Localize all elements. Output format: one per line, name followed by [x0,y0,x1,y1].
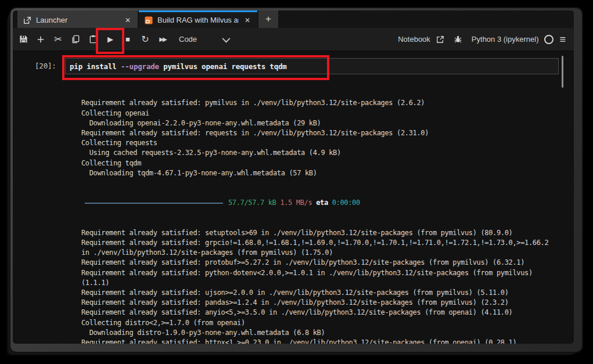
notebook-panel: [20]: pip install --upgrade pymilvus ope… [13,51,574,344]
save-icon [19,35,28,44]
cell-type-value: Code [179,35,197,44]
cell-output-area: Requirement already satisfied: pymilvus … [81,78,574,344]
jupyterlab-window: Launcher ✕ Build RAG with Milvus and O ✕… [10,8,582,352]
pip-progress-line: 57.7/57.7 kB 1.5 MB/s eta 0:00:00 [81,198,574,208]
add-cell-icon [37,35,45,44]
output-line: Requirement already satisfied: protobuf>… [81,258,574,268]
save-button[interactable] [19,34,28,45]
copy-icon [71,35,80,44]
output-line: Requirement already satisfied: python-do… [81,268,574,278]
output-line: Requirement already satisfied: pandas>=1… [81,298,574,308]
output-line: Requirement already satisfied: pymilvus … [81,98,574,108]
source-token: --upgrade [121,62,159,71]
tab-notebook-close-icon[interactable]: ✕ [243,16,251,24]
output-line: Collecting tqdm [81,158,574,168]
output-lines-before: Requirement already satisfied: pymilvus … [81,98,574,178]
cell-type-dropdown[interactable]: Code [179,35,228,44]
source-token: pip install [70,62,121,71]
interrupt-kernel-button[interactable]: ■ [123,34,132,45]
notebook-icon [145,16,153,24]
progress-eta-value: 0:00:00 [332,198,360,208]
cell-execution-prompt: [20]: [35,58,65,70]
tab-launcher-close-icon[interactable]: ✕ [124,16,132,24]
debugger-bug-icon[interactable] [454,35,462,44]
run-icon: ▶ [107,35,113,44]
progress-eta-label: eta [316,198,328,208]
output-line: Downloading openai-2.2.0-py3-none-any.wh… [81,118,574,128]
progress-speed: 1.5 MB/s [280,198,312,208]
progress-size: 57.7/57.7 kB [228,198,276,208]
toolbar-right: Notebook Python 3 (ipykernel) ≡ [398,34,566,45]
menu-icon[interactable]: ≡ [559,34,566,45]
restart-run-all-icon: ▶▶ [159,36,166,42]
scrollbar-thumb[interactable] [562,56,563,88]
tab-launcher[interactable]: Launcher ✕ [17,10,138,28]
kernel-name[interactable]: Python 3 (ipykernel) [472,35,539,44]
output-lines-after: Requirement already satisfied: setuptool… [81,228,574,344]
screenshot-stage: Launcher ✕ Build RAG with Milvus and O ✕… [0,0,593,364]
cell-input-editor[interactable]: pip install --upgrade pymilvus openai re… [65,58,559,74]
output-line: Requirement already satisfied: requests … [81,128,574,138]
paste-cell-button[interactable] [88,34,98,45]
output-line: (1.1.1) [81,278,574,288]
restart-kernel-button[interactable]: ↻ [141,34,150,45]
stop-icon: ■ [125,35,130,44]
output-line: Requirement already satisfied: anyio<5,>… [81,308,574,318]
source-token: pymilvus openai requests tqdm [159,62,287,71]
new-tab-button[interactable]: + [258,10,278,28]
tab-launcher-label: Launcher [36,16,119,24]
copy-cell-button[interactable] [71,34,80,45]
paste-icon [89,35,98,44]
tab-notebook[interactable]: Build RAG with Milvus and O ✕ [139,10,257,28]
run-cell-button[interactable]: ▶ [106,34,115,45]
cut-cell-button[interactable]: ✂ [53,34,63,45]
progress-bar [85,203,223,204]
kernel-status-circle [544,35,554,44]
output-line: Using cached requests-2.32.5-py3-none-an… [81,148,574,158]
output-line: Downloading distro-1.9.0-py3-none-any.wh… [81,328,574,338]
output-line: Collecting requests [81,138,574,148]
chevron-down-icon [222,34,230,42]
code-cell: [20]: pip install --upgrade pymilvus ope… [13,58,574,74]
output-line: Requirement already satisfied: httpx<1,>… [81,338,574,344]
tab-bar: Launcher ✕ Build RAG with Milvus and O ✕… [13,10,574,28]
insert-cell-button[interactable] [36,34,45,45]
output-line: in ./venv/lib/python3.12/site-packages (… [81,248,574,258]
window-content: Launcher ✕ Build RAG with Milvus and O ✕… [13,10,574,344]
notebook-link-label[interactable]: Notebook [398,35,430,44]
tab-notebook-label: Build RAG with Milvus and O [157,16,239,24]
launcher-icon [23,16,31,24]
restart-icon: ↻ [141,34,149,45]
output-line: Requirement already satisfied: setuptool… [81,228,574,238]
cut-icon: ✂ [54,34,62,45]
output-line: Collecting openai [81,109,574,118]
output-line: Downloading tqdm-4.67.1-py3-none-any.whl… [81,168,574,178]
external-link-icon[interactable] [436,35,444,44]
output-line: Requirement already satisfied: grpcio!=1… [81,238,574,248]
restart-run-all-button[interactable]: ▶▶ [158,34,167,45]
notebook-toolbar: ✂ ▶ ■ [13,28,574,51]
output-line: Requirement already satisfied: ujson>=2.… [81,288,574,298]
output-line: Collecting distro<2,>=1.7.0 (from openai… [81,318,574,328]
